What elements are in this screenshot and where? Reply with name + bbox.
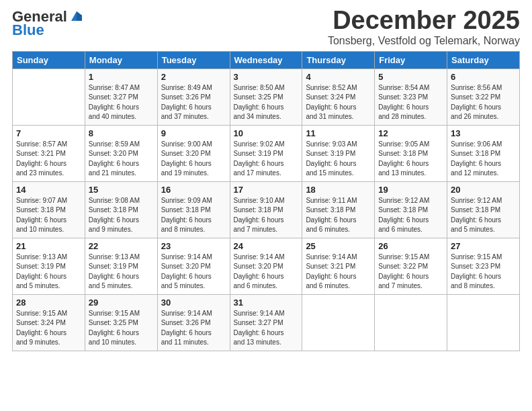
- day-number: 24: [234, 241, 299, 251]
- day-info: Sunrise: 9:05 AMSunset: 3:18 PMDaylight:…: [378, 140, 443, 179]
- day-cell: 26Sunrise: 9:15 AMSunset: 3:22 PMDayligh…: [375, 238, 447, 294]
- day-cell: 19Sunrise: 9:12 AMSunset: 3:18 PMDayligh…: [375, 181, 447, 238]
- day-info: Sunrise: 9:13 AMSunset: 3:19 PMDaylight:…: [89, 253, 154, 291]
- day-info: Sunrise: 8:56 AMSunset: 3:22 PMDaylight:…: [451, 83, 516, 122]
- day-info: Sunrise: 9:14 AMSunset: 3:26 PMDaylight:…: [161, 309, 226, 348]
- day-number: 2: [161, 72, 226, 82]
- day-number: 1: [89, 72, 154, 82]
- day-cell: 2Sunrise: 8:49 AMSunset: 3:26 PMDaylight…: [157, 68, 230, 125]
- location-title: Tonsberg, Vestfold og Telemark, Norway: [328, 35, 520, 47]
- day-number: 26: [378, 241, 443, 251]
- day-cell: 28Sunrise: 9:15 AMSunset: 3:24 PMDayligh…: [13, 294, 85, 351]
- day-info: Sunrise: 9:06 AMSunset: 3:18 PMDaylight:…: [451, 140, 516, 179]
- day-info: Sunrise: 9:09 AMSunset: 3:18 PMDaylight:…: [161, 196, 226, 235]
- day-cell: 16Sunrise: 9:09 AMSunset: 3:18 PMDayligh…: [157, 181, 230, 238]
- day-number: 12: [378, 128, 443, 138]
- day-number: 20: [451, 185, 516, 195]
- week-row-1: 1Sunrise: 8:47 AMSunset: 3:27 PMDaylight…: [13, 68, 520, 125]
- col-header-wednesday: Wednesday: [230, 51, 302, 68]
- day-number: 14: [16, 185, 81, 195]
- day-info: Sunrise: 9:11 AMSunset: 3:18 PMDaylight:…: [306, 196, 371, 235]
- day-cell: 13Sunrise: 9:06 AMSunset: 3:18 PMDayligh…: [447, 125, 520, 181]
- day-cell: 18Sunrise: 9:11 AMSunset: 3:18 PMDayligh…: [302, 181, 375, 238]
- day-cell: 1Sunrise: 8:47 AMSunset: 3:27 PMDaylight…: [85, 68, 157, 125]
- logo-blue: Blue: [12, 23, 44, 38]
- day-info: Sunrise: 9:03 AMSunset: 3:19 PMDaylight:…: [306, 140, 371, 179]
- day-info: Sunrise: 9:08 AMSunset: 3:18 PMDaylight:…: [89, 196, 154, 235]
- day-number: 28: [16, 298, 81, 308]
- day-info: Sunrise: 8:57 AMSunset: 3:21 PMDaylight:…: [16, 140, 81, 179]
- day-cell: [375, 294, 447, 351]
- day-number: 7: [16, 128, 81, 138]
- day-number: 5: [378, 72, 443, 82]
- day-info: Sunrise: 8:50 AMSunset: 3:25 PMDaylight:…: [234, 83, 299, 122]
- col-header-saturday: Saturday: [447, 51, 520, 68]
- header-row: SundayMondayTuesdayWednesdayThursdayFrid…: [13, 51, 520, 68]
- col-header-tuesday: Tuesday: [157, 51, 230, 68]
- day-number: 15: [89, 185, 154, 195]
- week-row-2: 7Sunrise: 8:57 AMSunset: 3:21 PMDaylight…: [13, 125, 520, 181]
- svg-marker-1: [77, 11, 82, 21]
- day-cell: 31Sunrise: 9:14 AMSunset: 3:27 PMDayligh…: [230, 294, 302, 351]
- logo: General Blue: [12, 9, 83, 38]
- day-number: 23: [161, 241, 226, 251]
- day-info: Sunrise: 9:15 AMSunset: 3:22 PMDaylight:…: [378, 253, 443, 291]
- col-header-monday: Monday: [85, 51, 157, 68]
- day-info: Sunrise: 9:14 AMSunset: 3:27 PMDaylight:…: [234, 309, 299, 348]
- day-cell: 29Sunrise: 9:15 AMSunset: 3:25 PMDayligh…: [85, 294, 157, 351]
- day-info: Sunrise: 8:52 AMSunset: 3:24 PMDaylight:…: [306, 83, 371, 122]
- day-cell: 22Sunrise: 9:13 AMSunset: 3:19 PMDayligh…: [85, 238, 157, 294]
- col-header-sunday: Sunday: [13, 51, 85, 68]
- day-info: Sunrise: 9:12 AMSunset: 3:18 PMDaylight:…: [378, 196, 443, 235]
- week-row-5: 28Sunrise: 9:15 AMSunset: 3:24 PMDayligh…: [13, 294, 520, 351]
- day-cell: 5Sunrise: 8:54 AMSunset: 3:23 PMDaylight…: [375, 68, 447, 125]
- day-number: 10: [234, 128, 299, 138]
- page: General Blue December 2025 Tonsberg, Ves…: [0, 0, 532, 411]
- logo-icon: [69, 9, 83, 24]
- day-number: 4: [306, 72, 371, 82]
- calendar-table: SundayMondayTuesdayWednesdayThursdayFrid…: [12, 51, 520, 351]
- day-info: Sunrise: 9:10 AMSunset: 3:18 PMDaylight:…: [234, 196, 299, 235]
- day-number: 29: [89, 298, 154, 308]
- title-block: December 2025 Tonsberg, Vestfold og Tele…: [328, 7, 520, 47]
- day-cell: [302, 294, 375, 351]
- day-info: Sunrise: 8:54 AMSunset: 3:23 PMDaylight:…: [378, 83, 443, 122]
- day-number: 6: [451, 72, 516, 82]
- day-number: 9: [161, 128, 226, 138]
- day-number: 16: [161, 185, 226, 195]
- day-number: 25: [306, 241, 371, 251]
- day-number: 19: [378, 185, 443, 195]
- week-row-3: 14Sunrise: 9:07 AMSunset: 3:18 PMDayligh…: [13, 181, 520, 238]
- day-number: 21: [16, 241, 81, 251]
- day-cell: 30Sunrise: 9:14 AMSunset: 3:26 PMDayligh…: [157, 294, 230, 351]
- day-cell: 10Sunrise: 9:02 AMSunset: 3:19 PMDayligh…: [230, 125, 302, 181]
- day-number: 18: [306, 185, 371, 195]
- day-number: 8: [89, 128, 154, 138]
- day-cell: 3Sunrise: 8:50 AMSunset: 3:25 PMDaylight…: [230, 68, 302, 125]
- day-cell: 27Sunrise: 9:15 AMSunset: 3:23 PMDayligh…: [447, 238, 520, 294]
- day-number: 17: [234, 185, 299, 195]
- day-number: 31: [234, 298, 299, 308]
- day-info: Sunrise: 8:47 AMSunset: 3:27 PMDaylight:…: [89, 83, 154, 122]
- day-info: Sunrise: 9:14 AMSunset: 3:21 PMDaylight:…: [306, 253, 371, 291]
- day-number: 13: [451, 128, 516, 138]
- day-cell: 24Sunrise: 9:14 AMSunset: 3:20 PMDayligh…: [230, 238, 302, 294]
- day-info: Sunrise: 9:02 AMSunset: 3:19 PMDaylight:…: [234, 140, 299, 179]
- day-number: 27: [451, 241, 516, 251]
- day-cell: 12Sunrise: 9:05 AMSunset: 3:18 PMDayligh…: [375, 125, 447, 181]
- day-cell: 6Sunrise: 8:56 AMSunset: 3:22 PMDaylight…: [447, 68, 520, 125]
- day-info: Sunrise: 9:15 AMSunset: 3:24 PMDaylight:…: [16, 309, 81, 348]
- day-cell: 20Sunrise: 9:12 AMSunset: 3:18 PMDayligh…: [447, 181, 520, 238]
- day-cell: 9Sunrise: 9:00 AMSunset: 3:20 PMDaylight…: [157, 125, 230, 181]
- day-info: Sunrise: 9:15 AMSunset: 3:23 PMDaylight:…: [451, 253, 516, 291]
- day-info: Sunrise: 9:00 AMSunset: 3:20 PMDaylight:…: [161, 140, 226, 179]
- day-number: 30: [161, 298, 226, 308]
- col-header-friday: Friday: [375, 51, 447, 68]
- day-number: 22: [89, 241, 154, 251]
- day-cell: 7Sunrise: 8:57 AMSunset: 3:21 PMDaylight…: [13, 125, 85, 181]
- day-info: Sunrise: 9:07 AMSunset: 3:18 PMDaylight:…: [16, 196, 81, 235]
- day-info: Sunrise: 9:13 AMSunset: 3:19 PMDaylight:…: [16, 253, 81, 291]
- week-row-4: 21Sunrise: 9:13 AMSunset: 3:19 PMDayligh…: [13, 238, 520, 294]
- day-cell: [447, 294, 520, 351]
- header: General Blue December 2025 Tonsberg, Ves…: [12, 7, 520, 47]
